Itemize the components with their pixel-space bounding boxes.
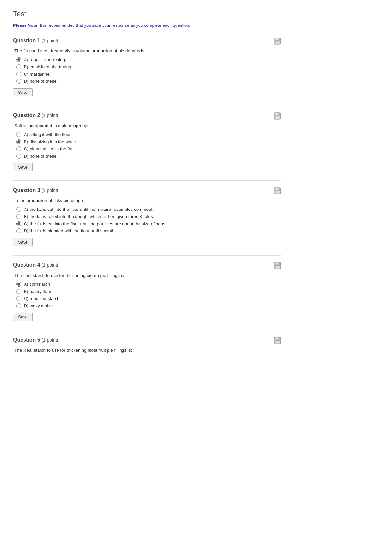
question-1-text: The fat used most frequently in volume p… [14,48,281,53]
note-text: It is recommended that you save your res… [39,23,190,28]
question-1-save-button[interactable]: Save [13,88,33,96]
question-1-header: Question 1 (1 point) [13,38,281,46]
question-3-option-label-4: D) the fat is blended with the flour unt… [24,228,116,233]
question-4-text: The best starch to use for thickening cr… [14,273,281,278]
svg-rect-11 [275,191,280,194]
svg-rect-19 [275,341,280,344]
question-3-radio-2[interactable] [16,214,21,219]
svg-rect-10 [276,188,277,190]
question-1-points: (1 point) [41,38,58,43]
question-1-save-icon [274,38,281,46]
question-4-radio-1[interactable] [16,282,21,287]
svg-rect-7 [275,116,280,119]
question-5: Question 5 (1 point) The ideal starch to… [13,337,281,353]
question-4-header: Question 4 (1 point) [13,262,281,270]
question-2-radio-4[interactable] [16,154,21,159]
question-4-option-1: A) cornstarch [16,282,281,287]
question-3: Question 3 (1 point) In the production o… [13,187,281,246]
page-title: Test [13,10,281,18]
divider-1 [13,106,281,106]
question-3-option-1: A) the fat is cut into the flour until t… [16,207,281,212]
question-2-radio-1[interactable] [16,132,21,137]
question-1-option-4: D) none of these [16,79,281,84]
question-2: Question 2 (1 point) Salt is incorporate… [13,112,281,171]
question-4-option-2: B) pastry flour [16,289,281,294]
question-3-option-label-3: C) the fat is cut into the flour until t… [24,221,167,226]
question-3-save-icon [274,187,281,195]
question-1-radio-3[interactable] [16,72,21,76]
question-1-options: A) regular shortening.B) emulsified shor… [16,57,281,84]
svg-rect-2 [276,38,277,40]
question-2-option-3: C) blending it with the fat. [16,146,281,151]
question-3-options: A) the fat is cut into the flour until t… [16,207,281,233]
question-2-options: A) sifting it with the flourB) dissolvin… [16,132,281,159]
question-4-points: (1 point) [41,262,58,268]
question-2-save-button[interactable]: Save [13,163,33,171]
divider-2 [13,180,281,181]
question-4-option-label-2: B) pastry flour [24,289,51,294]
question-3-option-label-2: B) the fat is rolled into the dough, whi… [24,214,154,219]
questions-container: Question 1 (1 point) The fat used most f… [13,38,281,353]
question-4-save-button[interactable]: Save [13,313,33,321]
question-3-radio-4[interactable] [16,228,21,233]
question-5-save-icon [274,337,281,345]
question-1-option-label-1: A) regular shortening. [24,57,66,62]
question-2-text: Salt is incorporated into pie dough by: [14,123,281,128]
question-2-option-1: A) sifting it with the flour [16,132,281,137]
question-4-radio-2[interactable] [16,289,21,294]
question-4-options: A) cornstarchB) pastry flourC) modified … [16,282,281,308]
question-2-option-label-1: A) sifting it with the flour [24,132,71,137]
question-4-option-label-1: A) cornstarch [24,282,50,287]
question-2-points: (1 point) [41,113,58,118]
question-1-radio-4[interactable] [16,79,21,84]
question-2-radio-2[interactable] [16,139,21,144]
question-3-option-2: B) the fat is rolled into the dough, whi… [16,214,281,219]
svg-rect-15 [275,266,280,269]
question-3-title: Question 3 (1 point) [13,187,58,193]
question-5-number: Question 5 [13,337,40,343]
question-1-option-label-4: D) none of these [24,79,57,84]
note-bold: Please Note: [13,23,39,28]
question-2-option-2: B) dissolving it in the water. [16,139,281,144]
question-1-option-1: A) regular shortening. [16,57,281,62]
question-1-option-label-3: C) margarine. [24,72,51,76]
question-2-option-4: D) none of these [16,154,281,159]
question-1: Question 1 (1 point) The fat used most f… [13,38,281,96]
question-1-radio-2[interactable] [16,64,21,69]
question-4-radio-3[interactable] [16,296,21,301]
note-bar: Please Note: It is recommended that you … [13,23,281,28]
question-2-title: Question 2 (1 point) [13,112,58,118]
question-3-save-button[interactable]: Save [13,238,33,246]
question-3-points: (1 point) [41,188,58,193]
svg-rect-6 [276,113,277,115]
question-3-radio-1[interactable] [16,207,21,212]
question-4-save-icon [274,262,281,270]
question-5-header: Question 5 (1 point) [13,337,281,345]
question-1-option-label-2: B) emulsified shortening. [24,64,73,69]
question-3-option-3: C) the fat is cut into the flour until t… [16,221,281,226]
svg-rect-3 [275,41,280,44]
question-5-title: Question 5 (1 point) [13,337,58,343]
question-1-radio-1[interactable] [16,57,21,62]
question-4-radio-4[interactable] [16,303,21,308]
question-2-radio-3[interactable] [16,146,21,151]
question-1-option-2: B) emulsified shortening. [16,64,281,69]
divider-4 [13,330,281,330]
question-4-number: Question 4 [13,262,40,268]
divider-3 [13,255,281,256]
question-1-option-3: C) margarine. [16,72,281,76]
question-1-title: Question 1 (1 point) [13,38,58,43]
question-2-option-label-4: D) none of these [24,154,57,159]
question-3-radio-3[interactable] [16,221,21,226]
question-4-option-3: C) modified starch [16,296,281,301]
svg-rect-14 [276,263,277,264]
question-2-option-label-3: C) blending it with the fat. [24,146,74,151]
question-3-header: Question 3 (1 point) [13,187,281,195]
question-2-option-label-2: B) dissolving it in the water. [24,139,77,144]
question-3-option-4: D) the fat is blended with the flour unt… [16,228,281,233]
question-3-number: Question 3 [13,187,40,193]
question-3-option-label-1: A) the fat is cut into the flour until t… [24,207,153,212]
svg-rect-18 [276,338,277,339]
question-4-option-4: D) waxy maize [16,303,281,308]
question-3-text: In the production of flaky pie dough [14,198,281,203]
